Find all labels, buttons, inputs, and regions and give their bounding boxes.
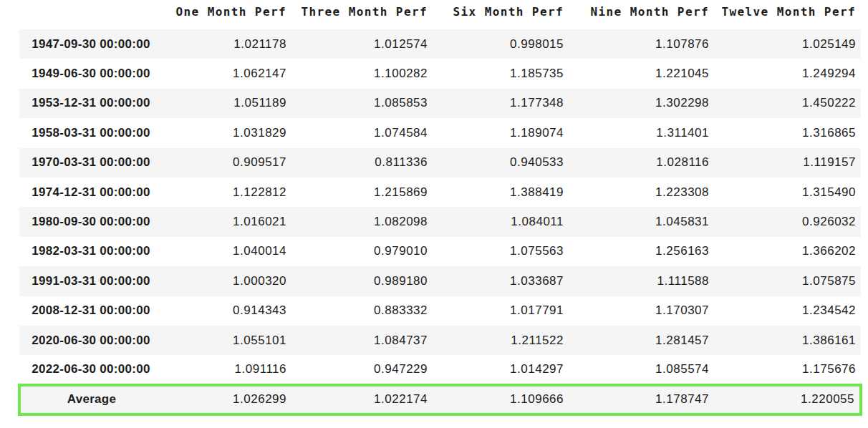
cell-value: 1.109666 bbox=[433, 385, 569, 414]
cell-value: 0.947229 bbox=[291, 355, 433, 384]
cell-value: 0.998015 bbox=[433, 29, 569, 59]
cell-value: 1.031829 bbox=[163, 118, 291, 147]
cell-value: 1.028116 bbox=[569, 148, 714, 177]
row-index-label: 1953-12-31 00:00:00 bbox=[19, 89, 163, 118]
cell-value: 0.926032 bbox=[714, 207, 861, 236]
cell-value: 0.979010 bbox=[291, 237, 433, 266]
cell-value: 1.045831 bbox=[569, 207, 714, 236]
cell-value: 1.016021 bbox=[163, 207, 291, 236]
row-index-label: 1982-03-31 00:00:00 bbox=[19, 237, 163, 266]
cell-value: 1.055101 bbox=[163, 326, 291, 355]
cell-value: 1.062147 bbox=[163, 59, 291, 88]
cell-value: 0.883332 bbox=[291, 296, 433, 326]
cell-value: 1.185735 bbox=[433, 59, 569, 88]
cell-value: 1.085853 bbox=[291, 89, 433, 118]
cell-value: 0.989180 bbox=[291, 266, 433, 296]
cell-value: 1.021178 bbox=[163, 29, 291, 59]
column-header: One Month Perf bbox=[163, 0, 291, 29]
column-header: Nine Month Perf bbox=[569, 0, 714, 29]
row-index-label: 1949-06-30 00:00:00 bbox=[19, 59, 163, 88]
cell-value: 0.909517 bbox=[163, 148, 291, 177]
cell-value: 1.302298 bbox=[569, 89, 714, 118]
cell-value: 1.122812 bbox=[163, 177, 291, 207]
cell-value: 1.084737 bbox=[291, 326, 433, 355]
table-row: 1991-03-31 00:00:001.0003200.9891801.033… bbox=[19, 266, 861, 296]
cell-value: 1.178747 bbox=[569, 385, 714, 414]
cell-value: 1.085574 bbox=[569, 355, 714, 384]
column-header: Three Month Perf bbox=[291, 0, 433, 29]
table-row: 1982-03-31 00:00:001.0400140.9790101.075… bbox=[19, 237, 861, 266]
cell-value: 1.388419 bbox=[433, 177, 569, 207]
table-row: 2020-06-30 00:00:001.0551011.0847371.211… bbox=[19, 326, 861, 355]
table-row: 1953-12-31 00:00:001.0511891.0858531.177… bbox=[19, 89, 861, 118]
cell-value: 1.025149 bbox=[714, 29, 861, 59]
cell-value: 1.084011 bbox=[433, 207, 569, 236]
cell-value: 1.366202 bbox=[714, 237, 861, 266]
cell-value: 1.175676 bbox=[714, 355, 861, 384]
average-row: Average1.0262991.0221741.1096661.1787471… bbox=[19, 385, 861, 414]
column-header: Six Month Perf bbox=[433, 0, 569, 29]
row-index-label: 1947-09-30 00:00:00 bbox=[19, 29, 163, 59]
cell-value: 1.091116 bbox=[163, 355, 291, 384]
cell-value: 1.221045 bbox=[569, 59, 714, 88]
table-row: 1958-03-31 00:00:001.0318291.0745841.189… bbox=[19, 118, 861, 147]
cell-value: 1.177348 bbox=[433, 89, 569, 118]
row-index-label: 1958-03-31 00:00:00 bbox=[19, 118, 163, 147]
cell-value: 1.040014 bbox=[163, 237, 291, 266]
cell-value: 1.107876 bbox=[569, 29, 714, 59]
cell-value: 1.311401 bbox=[569, 118, 714, 147]
index-corner-cell bbox=[19, 0, 163, 29]
table-row: 1949-06-30 00:00:001.0621471.1002821.185… bbox=[19, 59, 861, 88]
column-header: Twelve Month Perf bbox=[714, 0, 861, 29]
cell-value: 0.811336 bbox=[291, 148, 433, 177]
table-row: 1970-03-31 00:00:000.9095170.8113360.940… bbox=[19, 148, 861, 177]
table-row: 1980-09-30 00:00:001.0160211.0820981.084… bbox=[19, 207, 861, 236]
cell-value: 1.111588 bbox=[569, 266, 714, 296]
table-body: 1947-09-30 00:00:001.0211781.0125740.998… bbox=[19, 29, 861, 414]
cell-value: 1.256163 bbox=[569, 237, 714, 266]
row-index-label: 2022-06-30 00:00:00 bbox=[19, 355, 163, 384]
row-index-label: 1991-03-31 00:00:00 bbox=[19, 266, 163, 296]
cell-value: 1.170307 bbox=[569, 296, 714, 326]
cell-value: 1.074584 bbox=[291, 118, 433, 147]
cell-value: 1.100282 bbox=[291, 59, 433, 88]
row-index-label: 1980-09-30 00:00:00 bbox=[19, 207, 163, 236]
performance-table: One Month PerfThree Month PerfSix Month … bbox=[18, 0, 862, 416]
cell-value: 1.119157 bbox=[714, 148, 861, 177]
cell-value: 1.000320 bbox=[163, 266, 291, 296]
table-row: 2022-06-30 00:00:001.0911160.9472291.014… bbox=[19, 355, 861, 384]
cell-value: 1.220055 bbox=[714, 385, 861, 414]
row-index-label: 2008-12-31 00:00:00 bbox=[19, 296, 163, 326]
cell-value: 1.249294 bbox=[714, 59, 861, 88]
cell-value: 1.211522 bbox=[433, 326, 569, 355]
dataframe-output: One Month PerfThree Month PerfSix Month … bbox=[0, 0, 868, 416]
table-row: 1974-12-31 00:00:001.1228121.2158691.388… bbox=[19, 177, 861, 207]
cell-value: 1.223308 bbox=[569, 177, 714, 207]
cell-value: 1.215869 bbox=[291, 177, 433, 207]
cell-value: 0.940533 bbox=[433, 148, 569, 177]
cell-value: 1.014297 bbox=[433, 355, 569, 384]
cell-value: 1.386161 bbox=[714, 326, 861, 355]
cell-value: 1.316865 bbox=[714, 118, 861, 147]
cell-value: 1.033687 bbox=[433, 266, 569, 296]
cell-value: 1.075563 bbox=[433, 237, 569, 266]
row-index-label: 1970-03-31 00:00:00 bbox=[19, 148, 163, 177]
cell-value: 1.017791 bbox=[433, 296, 569, 326]
cell-value: 1.022174 bbox=[291, 385, 433, 414]
cell-value: 1.012574 bbox=[291, 29, 433, 59]
cell-value: 1.281457 bbox=[569, 326, 714, 355]
cell-value: 1.075875 bbox=[714, 266, 861, 296]
table-row: 1947-09-30 00:00:001.0211781.0125740.998… bbox=[19, 29, 861, 59]
average-label: Average bbox=[19, 385, 163, 414]
cell-value: 1.051189 bbox=[163, 89, 291, 118]
cell-value: 1.450222 bbox=[714, 89, 861, 118]
cell-value: 1.315490 bbox=[714, 177, 861, 207]
cell-value: 1.082098 bbox=[291, 207, 433, 236]
cell-value: 1.234542 bbox=[714, 296, 861, 326]
row-index-label: 1974-12-31 00:00:00 bbox=[19, 177, 163, 207]
cell-value: 1.026299 bbox=[163, 385, 291, 414]
cell-value: 1.189074 bbox=[433, 118, 569, 147]
row-index-label: 2020-06-30 00:00:00 bbox=[19, 326, 163, 355]
table-row: 2008-12-31 00:00:000.9143430.8833321.017… bbox=[19, 296, 861, 326]
header-row: One Month PerfThree Month PerfSix Month … bbox=[19, 0, 861, 29]
